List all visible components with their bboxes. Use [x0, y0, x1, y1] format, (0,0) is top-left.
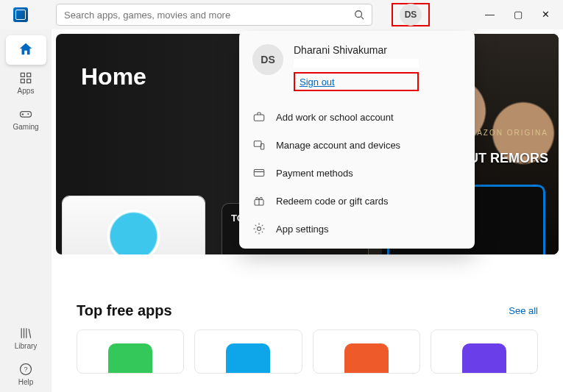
search-input[interactable]	[64, 10, 354, 21]
account-name: Dharani Shivakumar	[294, 44, 419, 56]
store-logo-icon	[13, 7, 28, 22]
svg-rect-7	[254, 141, 261, 147]
page-title: Home	[81, 63, 146, 90]
close-button[interactable]: ✕	[542, 9, 550, 20]
briefcase-icon	[252, 110, 266, 124]
account-flyout: DS Dharani Shivakumar Sign out Add work …	[239, 31, 475, 249]
signout-highlight: Sign out	[294, 72, 419, 91]
sidebar-item-label: Gaming	[13, 123, 38, 131]
hero-card-app[interactable]	[62, 196, 205, 254]
svg-point-3	[27, 113, 29, 115]
sidebar-item-label: Library	[15, 342, 38, 350]
titlebar: DS — ▢ ✕	[0, 0, 563, 29]
app-thumbnail	[63, 196, 205, 254]
menu-app-settings[interactable]: App settings	[239, 215, 475, 243]
sidebar-item-help[interactable]: ? Help	[6, 356, 46, 392]
hero-brand-label: AMAZON ORIGINA	[463, 129, 548, 137]
svg-text:?: ?	[24, 366, 27, 373]
sidebar-item-label: Apps	[18, 87, 35, 95]
menu-payment-methods[interactable]: Payment methods	[239, 159, 475, 187]
svg-point-0	[355, 11, 362, 18]
sidebar: Apps Gaming Library ? Help	[0, 29, 52, 392]
app-card[interactable]	[77, 329, 184, 374]
svg-point-13	[258, 227, 261, 231]
menu-item-label: Redeem code or gift cards	[276, 196, 388, 207]
profile-button-highlight: DS	[392, 3, 430, 26]
menu-manage-account[interactable]: Manage account and devices	[239, 131, 475, 159]
svg-rect-6	[254, 115, 264, 121]
section-title: Top free apps	[77, 302, 172, 319]
see-all-link[interactable]: See all	[509, 305, 538, 316]
svg-line-1	[361, 17, 364, 20]
apps-icon	[18, 71, 33, 85]
menu-item-label: Payment methods	[276, 168, 353, 179]
search-icon[interactable]	[354, 10, 364, 20]
library-icon	[18, 326, 33, 341]
menu-item-label: Add work or school account	[276, 112, 394, 123]
app-tile-icon	[462, 343, 506, 373]
signout-link[interactable]: Sign out	[300, 76, 335, 88]
search-bar[interactable]	[56, 4, 372, 26]
app-card[interactable]	[431, 329, 538, 374]
gear-icon	[252, 222, 266, 235]
minimize-button[interactable]: —	[485, 9, 495, 20]
app-tile-icon	[226, 343, 270, 373]
account-header: DS Dharani Shivakumar Sign out	[239, 44, 475, 99]
maximize-button[interactable]: ▢	[514, 9, 523, 20]
app-tile-icon	[344, 343, 389, 373]
sidebar-item-apps[interactable]: Apps	[6, 65, 46, 101]
avatar-icon: DS	[252, 44, 283, 75]
top-free-apps-section: Top free apps See all	[52, 302, 563, 374]
app-tile-icon	[108, 343, 152, 373]
menu-redeem-code[interactable]: Redeem code or gift cards	[239, 187, 475, 215]
menu-add-work-account[interactable]: Add work or school account	[239, 103, 475, 131]
main-content: Home AMAZON ORIGINA TOM CLANCY'S WITHOUT…	[52, 29, 563, 392]
account-menu-list: Add work or school account Manage accoun…	[239, 103, 475, 243]
menu-item-label: Manage account and devices	[276, 140, 400, 151]
sidebar-item-home[interactable]	[6, 35, 46, 65]
sidebar-item-library[interactable]: Library	[6, 320, 46, 356]
gaming-icon	[18, 107, 33, 121]
sidebar-item-label: Help	[18, 378, 34, 386]
window-controls: — ▢ ✕	[472, 0, 563, 29]
svg-rect-9	[254, 170, 264, 177]
sidebar-item-gaming[interactable]: Gaming	[6, 101, 46, 137]
card-icon	[252, 166, 266, 179]
account-email-redacted	[294, 59, 419, 68]
help-icon: ?	[18, 362, 33, 377]
home-icon	[18, 41, 34, 57]
devices-icon	[252, 138, 266, 152]
profile-button[interactable]: DS	[400, 4, 422, 26]
menu-item-label: App settings	[276, 224, 329, 235]
gift-icon	[252, 194, 266, 207]
app-card[interactable]	[313, 329, 420, 374]
store-window: DS — ▢ ✕ Apps Gaming Libr	[0, 0, 563, 392]
app-card[interactable]	[194, 329, 302, 374]
